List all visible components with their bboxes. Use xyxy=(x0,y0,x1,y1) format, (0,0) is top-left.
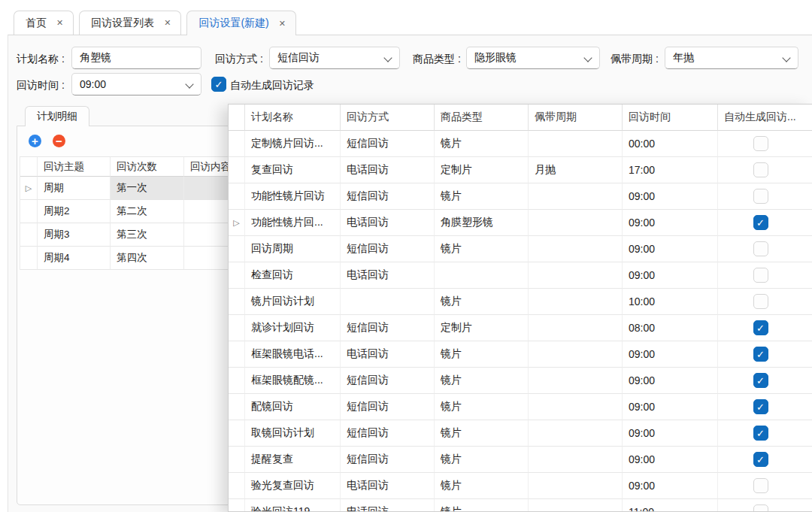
table-row[interactable]: 周期3第三次 xyxy=(20,223,229,247)
row-checkbox[interactable]: ✓ xyxy=(753,215,768,230)
grid-cell[interactable]: 镜片 xyxy=(435,420,529,447)
grid-cell[interactable]: 功能性镜片回访 xyxy=(245,183,341,210)
grid-cell-checkbox[interactable] xyxy=(718,236,812,262)
grid-cell[interactable]: 月抛 xyxy=(529,157,623,183)
grid-cell[interactable]: 角膜塑形镜 xyxy=(435,210,529,236)
grid-cell[interactable]: 09:00 xyxy=(623,210,718,236)
grid-cell[interactable]: 镜片 xyxy=(435,289,529,315)
row-indicator-cell[interactable] xyxy=(229,368,245,394)
row-indicator-cell[interactable] xyxy=(229,394,245,420)
table-row[interactable]: 取镜回访计划短信回访镜片09:00✓ xyxy=(229,420,812,447)
grid-cell-checkbox[interactable]: ✓ xyxy=(718,447,812,473)
grid-cell[interactable]: 镜片 xyxy=(435,183,529,210)
table-row[interactable]: 回访周期短信回访镜片09:00 xyxy=(229,236,812,262)
row-checkbox[interactable]: ✓ xyxy=(753,320,768,335)
grid-cell[interactable]: 17:00 xyxy=(623,157,718,183)
grid-cell[interactable]: 周期 xyxy=(38,177,111,200)
grid-cell[interactable]: 短信回访 xyxy=(341,236,435,262)
grid-cell-checkbox[interactable]: ✓ xyxy=(718,315,812,341)
grid-cell[interactable]: 定制镜片回访... xyxy=(245,131,341,157)
grid-cell-checkbox[interactable]: ✓ xyxy=(718,368,812,394)
row-checkbox[interactable] xyxy=(753,136,768,151)
table-row[interactable]: 复查回访电话回访定制片月抛17:00 xyxy=(229,157,812,183)
grid-cell[interactable] xyxy=(529,236,623,262)
row-indicator-cell[interactable] xyxy=(229,315,245,341)
grid-cell[interactable]: 镜片回访计划 xyxy=(245,289,341,315)
row-indicator-cell[interactable] xyxy=(229,499,245,512)
grid-cell[interactable]: 镜片 xyxy=(435,499,529,512)
grid-cell[interactable]: 功能性镜片回... xyxy=(245,210,341,236)
table-row[interactable]: 定制镜片回访...短信回访镜片00:00 xyxy=(229,131,812,157)
grid-cell-checkbox[interactable] xyxy=(718,289,812,315)
grid-cell[interactable]: 镜片 xyxy=(435,473,529,499)
row-indicator-cell[interactable] xyxy=(229,183,245,210)
grid-cell[interactable]: 短信回访 xyxy=(341,131,435,157)
grid-cell[interactable]: 短信回访 xyxy=(341,420,435,447)
grid-cell[interactable] xyxy=(529,131,623,157)
tab-followup-settings-list[interactable]: 回访设置列表 ✕ xyxy=(79,11,181,35)
auto-generate-checkbox[interactable]: ✓ xyxy=(211,77,226,92)
grid-cell[interactable]: 框架眼镜电话... xyxy=(245,341,341,368)
table-row[interactable]: 提醒复查短信回访镜片09:00✓ xyxy=(229,447,812,473)
grid-cell[interactable]: 回访周期 xyxy=(245,236,341,262)
table-row[interactable]: 验光回访119电话回访镜片11:00 xyxy=(229,499,812,512)
row-checkbox[interactable] xyxy=(753,241,768,256)
grid-cell[interactable]: 短信回访 xyxy=(341,315,435,341)
grid-cell[interactable]: 镜片 xyxy=(435,236,529,262)
grid-cell-checkbox[interactable] xyxy=(718,183,812,210)
row-indicator-cell[interactable]: ▷ xyxy=(20,177,38,200)
grid-cell[interactable]: 09:00 xyxy=(623,341,718,368)
grid-cell[interactable]: 第四次 xyxy=(111,247,184,270)
grid-cell[interactable]: 09:00 xyxy=(623,473,718,499)
grid-cell[interactable] xyxy=(184,200,229,223)
table-row[interactable]: ▷周期第一次 xyxy=(20,177,229,200)
plan-name-input[interactable]: 角塑镜 xyxy=(71,47,201,69)
tab-plan-detail[interactable]: 计划明细 xyxy=(25,106,89,126)
grid-cell[interactable]: 短信回访 xyxy=(341,447,435,473)
product-type-select[interactable]: 隐形眼镜 xyxy=(466,47,600,69)
grid-cell[interactable]: 电话回访 xyxy=(341,210,435,236)
column-header[interactable]: 回访内容 xyxy=(184,157,229,177)
row-indicator-cell[interactable] xyxy=(229,262,245,289)
grid-cell[interactable]: 09:00 xyxy=(623,236,718,262)
row-checkbox[interactable]: ✓ xyxy=(753,373,768,388)
grid-cell-checkbox[interactable] xyxy=(718,157,812,183)
grid-cell[interactable]: 周期4 xyxy=(38,247,111,270)
row-checkbox[interactable] xyxy=(753,268,768,283)
grid-cell[interactable] xyxy=(184,177,229,200)
grid-cell[interactable]: 09:00 xyxy=(623,368,718,394)
remove-row-button[interactable]: − xyxy=(53,135,65,147)
grid-cell[interactable] xyxy=(529,420,623,447)
grid-cell[interactable]: 提醒复查 xyxy=(245,447,341,473)
grid-cell[interactable]: 电话回访 xyxy=(341,262,435,289)
row-checkbox[interactable] xyxy=(753,189,768,204)
grid-cell[interactable]: 就诊计划回访 xyxy=(245,315,341,341)
grid-cell[interactable]: 第二次 xyxy=(111,200,184,223)
row-indicator-cell[interactable] xyxy=(229,473,245,499)
row-checkbox[interactable]: ✓ xyxy=(753,347,768,362)
column-header[interactable]: 回访主题 xyxy=(38,157,111,177)
grid-cell-checkbox[interactable]: ✓ xyxy=(718,341,812,368)
grid-cell[interactable] xyxy=(529,210,623,236)
table-row[interactable]: 配镜回访短信回访镜片09:00✓ xyxy=(229,394,812,420)
add-row-button[interactable]: + xyxy=(29,135,41,147)
close-icon[interactable]: ✕ xyxy=(56,19,63,27)
grid-cell[interactable]: 镜片 xyxy=(435,131,529,157)
row-indicator-cell[interactable] xyxy=(229,447,245,473)
grid-cell[interactable]: 电话回访 xyxy=(341,157,435,183)
grid-cell[interactable] xyxy=(529,473,623,499)
table-row[interactable]: 镜片回访计划镜片10:00 xyxy=(229,289,812,315)
grid-cell[interactable] xyxy=(184,223,229,247)
close-icon[interactable]: ✕ xyxy=(279,20,286,28)
grid-cell[interactable]: 11:00 xyxy=(623,499,718,512)
grid-cell[interactable] xyxy=(529,499,623,512)
grid-cell-checkbox[interactable]: ✓ xyxy=(718,394,812,420)
grid-cell[interactable]: 电话回访 xyxy=(341,473,435,499)
row-indicator-cell[interactable] xyxy=(229,420,245,447)
grid-cell-checkbox[interactable]: ✓ xyxy=(718,210,812,236)
followup-time-select[interactable]: 09:00 xyxy=(71,73,201,95)
grid-cell[interactable]: 10:00 xyxy=(623,289,718,315)
column-header[interactable]: 计划名称 xyxy=(245,105,341,131)
followup-method-select[interactable]: 短信回访 xyxy=(269,47,400,69)
grid-cell[interactable]: 第三次 xyxy=(111,223,184,247)
